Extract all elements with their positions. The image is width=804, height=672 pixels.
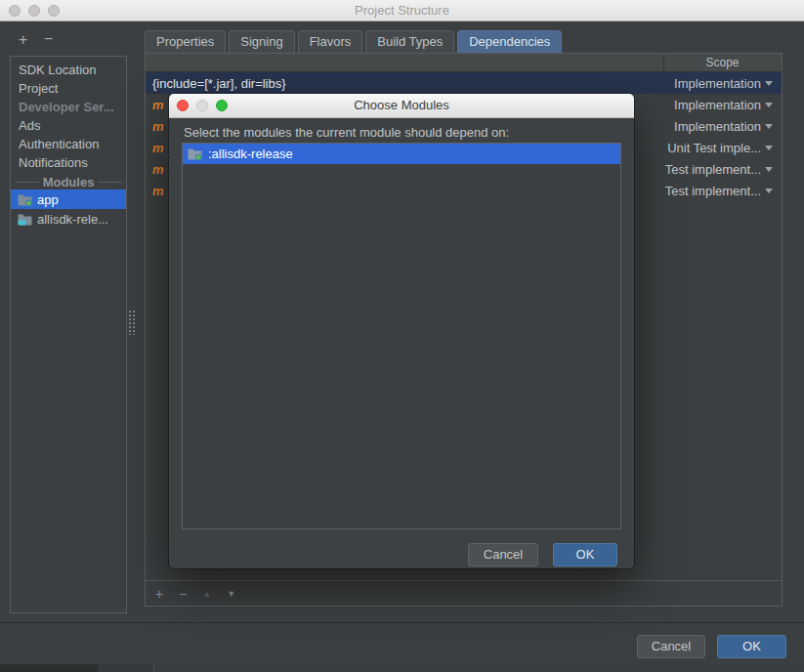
module-folder-icon (18, 193, 32, 206)
move-down-button[interactable]: ▼ (227, 587, 235, 601)
maven-library-icon: m (152, 141, 164, 155)
move-up-button[interactable]: ▲ (202, 587, 211, 601)
dialog-body: Select the modules the current module sh… (169, 118, 634, 568)
window-bottom-edge (0, 664, 804, 672)
scope-dropdown[interactable]: Implementation (661, 76, 782, 91)
tab-properties[interactable]: Properties (145, 30, 226, 54)
scope-value: Implementation (674, 98, 761, 112)
scope-value: Test implement... (665, 162, 761, 177)
add-module-button[interactable]: + (19, 32, 27, 48)
sidebar-item-ads[interactable]: Ads (11, 116, 126, 135)
zoom-window-icon[interactable] (48, 5, 60, 17)
scope-dropdown[interactable]: Unit Test imple... (661, 141, 782, 155)
list-item-label: :allisdk-release (208, 147, 293, 161)
chevron-down-icon (765, 167, 773, 172)
sidebar-splitter-handle[interactable] (128, 310, 136, 335)
sidebar-module-app[interactable]: app (11, 189, 126, 209)
add-dependency-button[interactable]: + (155, 587, 163, 601)
remove-module-button[interactable]: − (44, 31, 53, 47)
close-window-icon[interactable] (9, 5, 21, 17)
sidebar-item-notifications[interactable]: Notifications (11, 153, 126, 172)
sidebar-item-sdk-location[interactable]: SDK Location (11, 61, 126, 79)
window-titlebar: Project Structure (0, 0, 804, 21)
dialog-minimize-icon[interactable] (196, 100, 208, 111)
module-label: app (37, 192, 59, 207)
sidebar-item-authentication[interactable]: Authentication (11, 135, 126, 153)
sidebar: SDK Location Project Developer Ser... Ad… (10, 56, 127, 613)
sidebar-item-developer-services[interactable]: Developer Ser... (11, 98, 126, 116)
maven-library-icon: m (152, 119, 164, 134)
library-folder-icon (18, 213, 32, 226)
scope-column-header: Scope (663, 54, 782, 72)
chevron-down-icon (765, 103, 773, 107)
modules-list: :allisdk-release (182, 143, 621, 529)
choose-modules-dialog: Choose Modules Select the modules the cu… (169, 94, 634, 568)
footer-divider (0, 622, 804, 623)
tab-dependencies[interactable]: Dependencies (457, 30, 562, 54)
module-tabs: Properties Signing Flavors Build Types D… (145, 30, 562, 54)
table-header: Scope (146, 54, 782, 72)
dialog-ok-button[interactable]: OK (553, 543, 617, 567)
dialog-close-icon[interactable] (177, 100, 189, 111)
scope-dropdown[interactable]: Implementation (661, 119, 782, 134)
module-label: allisdk-rele... (37, 212, 108, 227)
chevron-down-icon (765, 124, 773, 129)
scope-value: Test implement... (665, 184, 761, 198)
scope-value: Implementation (674, 76, 761, 91)
maven-library-icon: m (152, 162, 164, 177)
tab-build-types[interactable]: Build Types (365, 30, 454, 54)
dialog-prompt: Select the modules the current module sh… (184, 125, 509, 140)
dialog-zoom-icon[interactable] (216, 100, 228, 111)
modules-section-header: Modules (11, 174, 126, 189)
sidebar-item-project[interactable]: Project (11, 79, 126, 98)
dialog-titlebar: Choose Modules (169, 94, 634, 118)
maven-library-icon: m (152, 98, 164, 112)
ok-button[interactable]: OK (717, 635, 786, 658)
remove-dependency-button[interactable]: − (179, 587, 187, 601)
dialog-title: Choose Modules (169, 94, 634, 117)
scope-dropdown[interactable]: Test implement... (661, 184, 782, 198)
scope-dropdown[interactable]: Test implement... (661, 162, 782, 177)
scope-value: Unit Test imple... (667, 141, 761, 155)
chevron-down-icon (765, 81, 773, 86)
tab-flavors[interactable]: Flavors (298, 30, 363, 54)
scope-dropdown[interactable]: Implementation (661, 98, 782, 112)
chevron-down-icon (765, 189, 773, 193)
dependency-name: {include=[*.jar], dir=libs} (146, 76, 661, 91)
module-folder-icon (188, 147, 202, 160)
table-toolbar: + − ▲ ▼ (146, 580, 782, 607)
sidebar-module-allisdk[interactable]: allisdk-rele... (11, 209, 126, 229)
dialog-cancel-button[interactable]: Cancel (468, 543, 538, 567)
tab-signing[interactable]: Signing (229, 30, 294, 54)
table-row[interactable]: {include=[*.jar], dir=libs} Implementati… (146, 72, 782, 94)
list-item-allisdk-release[interactable]: :allisdk-release (183, 144, 620, 164)
scope-value: Implementation (674, 119, 761, 134)
cancel-button[interactable]: Cancel (637, 635, 705, 658)
modules-section-label: Modules (43, 175, 95, 189)
chevron-down-icon (765, 146, 773, 150)
window-title: Project Structure (0, 0, 804, 21)
minimize-window-icon[interactable] (28, 5, 40, 17)
maven-library-icon: m (152, 184, 164, 198)
